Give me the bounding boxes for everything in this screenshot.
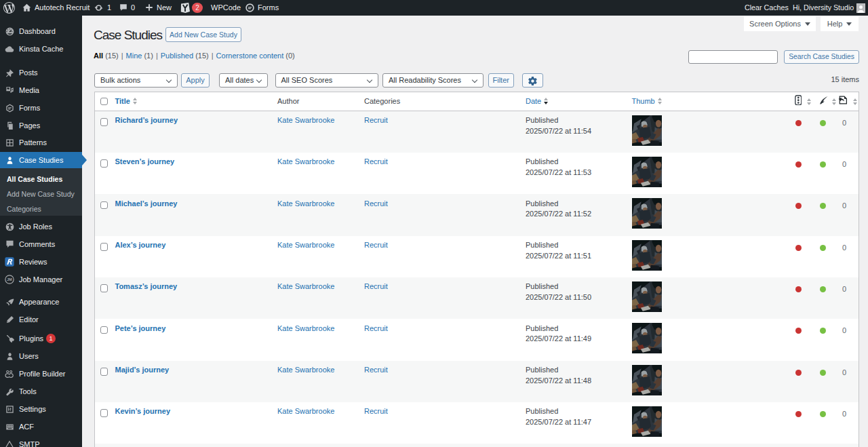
svg-text:JM: JM [7,277,12,281]
